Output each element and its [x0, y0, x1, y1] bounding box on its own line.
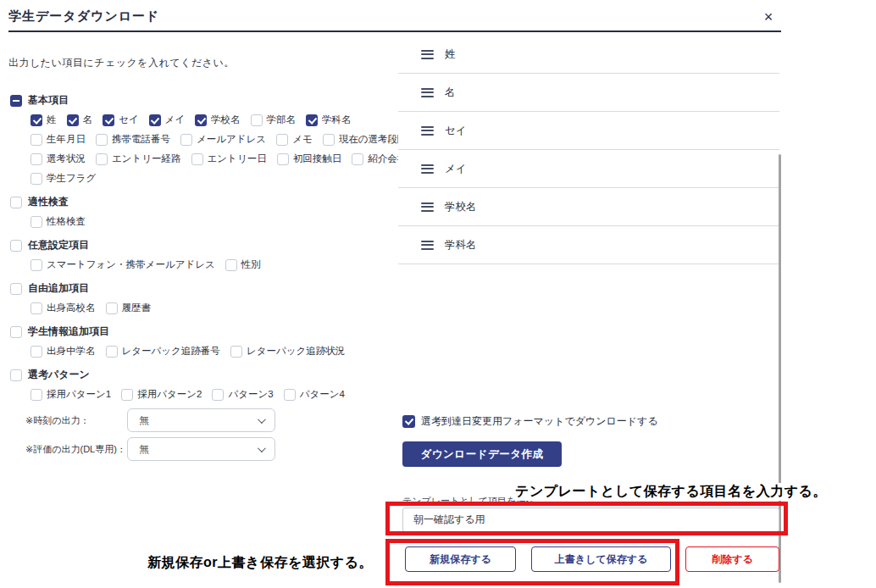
- checkbox-label: 初回接触日: [293, 153, 342, 165]
- sortable-column-row[interactable]: メイ: [398, 150, 779, 188]
- unchecked-checkbox[interactable]: [251, 114, 263, 126]
- checkbox-item[interactable]: 採用パターン1: [30, 388, 111, 401]
- group-header[interactable]: 任意設定項目: [8, 236, 391, 255]
- close-button[interactable]: ×: [757, 6, 779, 28]
- checkbox-label: スマートフォン・携帯メールアドレス: [47, 258, 215, 271]
- checkbox-item[interactable]: 生年月日: [30, 133, 86, 146]
- unchecked-checkbox[interactable]: [212, 389, 224, 401]
- group-header[interactable]: 学生情報追加項目: [8, 322, 391, 341]
- checkbox-item[interactable]: レターパック追跡状況: [230, 345, 345, 358]
- chevron-down-icon: [258, 444, 266, 452]
- unchecked-checkbox[interactable]: [30, 302, 42, 314]
- drag-handle-icon[interactable]: [421, 241, 434, 250]
- save-new-button[interactable]: 新規保存する: [405, 546, 516, 572]
- checkbox-item[interactable]: エントリー日: [191, 153, 267, 165]
- unchecked-checkbox[interactable]: [225, 259, 237, 271]
- group-checkbox[interactable]: [10, 95, 22, 107]
- checkbox-item[interactable]: スマートフォン・携帯メールアドレス: [30, 258, 215, 271]
- checkbox-item[interactable]: メイ: [149, 114, 186, 126]
- checkbox-item[interactable]: 出身中学名: [30, 345, 96, 358]
- checkbox-item[interactable]: 選考状況: [30, 153, 86, 165]
- format-checkbox[interactable]: [402, 415, 415, 428]
- unchecked-checkbox[interactable]: [96, 134, 108, 146]
- delete-button[interactable]: 削除する: [685, 546, 779, 572]
- group-checkbox[interactable]: [10, 369, 22, 381]
- unchecked-checkbox[interactable]: [277, 153, 289, 165]
- checked-checkbox[interactable]: [195, 114, 207, 126]
- sortable-column-row[interactable]: 姓: [398, 36, 779, 74]
- checkbox-item[interactable]: 学科名: [306, 114, 352, 126]
- unchecked-checkbox[interactable]: [30, 216, 42, 228]
- template-name-input[interactable]: [402, 508, 779, 532]
- unchecked-checkbox[interactable]: [30, 173, 42, 185]
- time-output-select[interactable]: 無: [127, 408, 275, 432]
- format-checkbox-row[interactable]: 選考到達日変更用フォーマットでダウンロードする: [402, 414, 658, 429]
- checkbox-item[interactable]: 学部名: [251, 114, 297, 126]
- unchecked-checkbox[interactable]: [106, 346, 118, 358]
- unchecked-checkbox[interactable]: [284, 389, 296, 401]
- overwrite-save-button[interactable]: 上書きして保存する: [531, 546, 671, 572]
- sortable-column-row[interactable]: セイ: [398, 112, 779, 150]
- sortable-column-row[interactable]: 学科名: [398, 226, 779, 264]
- group-checkbox[interactable]: [10, 240, 22, 252]
- unchecked-checkbox[interactable]: [30, 259, 42, 271]
- drag-handle-icon[interactable]: [421, 50, 434, 59]
- drag-handle-icon[interactable]: [421, 164, 434, 174]
- checkbox-item[interactable]: パターン3: [212, 388, 273, 401]
- drag-handle-icon[interactable]: [421, 88, 434, 97]
- group-header[interactable]: 適性検査: [8, 192, 391, 212]
- checkbox-item[interactable]: 姓: [30, 114, 57, 126]
- checkbox-item[interactable]: エントリー経路: [96, 153, 181, 165]
- unchecked-checkbox[interactable]: [323, 134, 335, 146]
- unchecked-checkbox[interactable]: [352, 153, 363, 165]
- unchecked-checkbox[interactable]: [30, 134, 42, 146]
- checked-checkbox[interactable]: [30, 114, 42, 126]
- group-header[interactable]: 基本項目: [8, 91, 391, 110]
- unchecked-checkbox[interactable]: [106, 302, 118, 314]
- group-checkbox[interactable]: [10, 283, 22, 295]
- checkbox-item[interactable]: セイ: [103, 114, 139, 126]
- checkbox-item[interactable]: 出身高校名: [30, 302, 96, 314]
- unchecked-checkbox[interactable]: [30, 153, 42, 165]
- checkbox-item[interactable]: メールアドレス: [180, 133, 266, 146]
- checked-checkbox[interactable]: [306, 114, 318, 126]
- checkbox-item[interactable]: 初回接触日: [277, 153, 342, 165]
- checkbox-item[interactable]: パターン4: [284, 388, 345, 401]
- checkbox-item[interactable]: 名: [67, 114, 93, 126]
- checkbox-item[interactable]: 採用パターン2: [121, 388, 202, 401]
- sortable-column-row[interactable]: 名: [398, 74, 779, 112]
- checkbox-item[interactable]: レターパック追跡番号: [106, 345, 220, 358]
- checkbox-item[interactable]: 学校名: [195, 114, 241, 126]
- unchecked-checkbox[interactable]: [191, 153, 203, 165]
- group-checkbox[interactable]: [10, 197, 22, 208]
- create-download-data-button[interactable]: ダウンロードデータ作成: [402, 441, 562, 467]
- rating-output-select[interactable]: 無: [127, 437, 275, 461]
- group-header[interactable]: 選考パターン: [8, 365, 391, 385]
- checkbox-item[interactable]: 性格検査: [30, 215, 86, 228]
- checkbox-item[interactable]: 携帯電話番号: [96, 133, 170, 146]
- checkbox-item[interactable]: 性別: [225, 258, 261, 271]
- group-header[interactable]: 自由追加項目: [8, 279, 391, 298]
- checkbox-item[interactable]: 学生フラグ: [30, 172, 96, 185]
- checkbox-label: 生年月日: [47, 133, 86, 146]
- group-label: 学生情報追加項目: [28, 325, 109, 339]
- checked-checkbox[interactable]: [67, 114, 79, 126]
- unchecked-checkbox[interactable]: [276, 134, 288, 146]
- checkbox-item[interactable]: 現在の選考段階: [323, 133, 408, 146]
- checkbox-item[interactable]: 履歴書: [106, 302, 152, 314]
- unchecked-checkbox[interactable]: [30, 389, 42, 401]
- unchecked-checkbox[interactable]: [121, 389, 133, 401]
- drag-handle-icon[interactable]: [421, 202, 434, 212]
- unchecked-checkbox[interactable]: [180, 134, 192, 146]
- drag-handle-icon[interactable]: [421, 126, 434, 136]
- checkbox-label: パターン4: [300, 388, 345, 401]
- unchecked-checkbox[interactable]: [96, 153, 108, 165]
- checked-checkbox[interactable]: [149, 114, 161, 126]
- checked-checkbox[interactable]: [103, 114, 114, 126]
- unchecked-checkbox[interactable]: [230, 346, 242, 358]
- sortable-column-row[interactable]: 学校名: [398, 188, 779, 226]
- checkbox-item[interactable]: メモ: [276, 133, 313, 146]
- unchecked-checkbox[interactable]: [30, 346, 42, 358]
- group-checkbox[interactable]: [10, 326, 22, 338]
- column-label: セイ: [445, 124, 467, 138]
